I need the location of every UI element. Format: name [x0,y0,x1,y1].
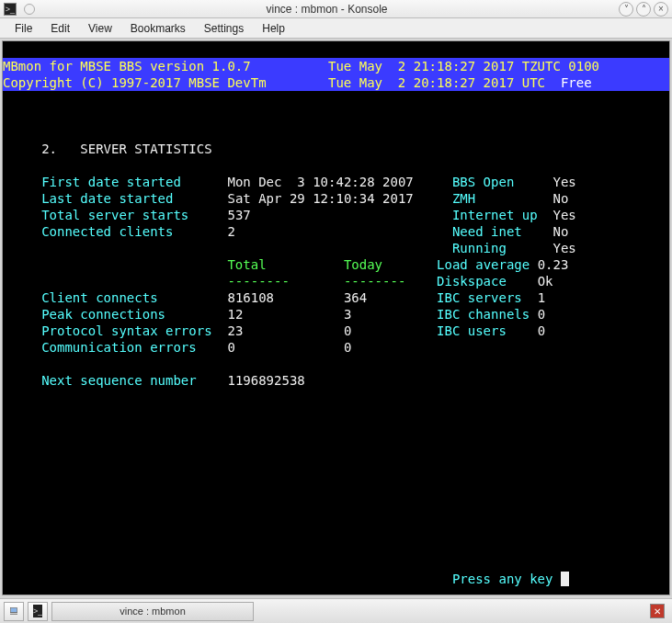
maximize-button[interactable]: ˄ [636,2,651,17]
menu-view[interactable]: View [79,20,121,37]
value-load-avg: 0.23 [538,257,569,272]
value-connected: 2 [227,224,234,239]
value-proto-today: 0 [344,323,351,338]
label-total-starts: Total server starts [41,208,188,222]
sep-2: -------- [344,274,405,289]
label-ibc-usr: IBC users [437,323,507,338]
svg-rect-0 [11,608,17,613]
value-last-date: Sat Apr 29 12:10:34 2017 [227,191,413,206]
value-internet: Yes [553,208,576,222]
window-title: vince : mbmon - Konsole [35,3,619,16]
show-desktop-button[interactable] [4,602,24,621]
label-connected: Connected clients [41,224,173,239]
terminal[interactable]: MBmon for MBSE BBS version 1.0.7 Tue May… [2,40,670,595]
section-num: 2. [41,142,57,156]
label-ibc-chan: IBC channels [437,307,530,322]
value-peak-total: 12 [227,307,243,322]
label-client-connects: Client connects [41,290,157,305]
window-controls: ˅ ˄ × [619,2,668,17]
value-ibc-chan: 0 [538,307,545,322]
value-ibc-srv: 1 [538,290,545,305]
tray-alert-icon[interactable]: ✕ [650,604,665,618]
label-running: Running [452,241,507,255]
header-line-1: MBmon for MBSE BBS version 1.0.7 Tue May… [3,58,669,74]
value-next-seq: 1196892538 [227,373,304,388]
terminal-icon: >_ [33,605,42,617]
cursor-icon [561,572,569,586]
value-zmh: No [553,191,569,206]
press-any-key: Press any key [452,572,561,586]
label-peak: Peak connections [41,307,165,322]
value-bbs-open: Yes [553,175,576,189]
app-icon: >_ [4,3,17,16]
menu-file[interactable]: File [6,20,41,37]
value-cc-today: 364 [344,290,367,305]
minimize-button[interactable]: ˅ [619,2,633,17]
label-ibc-srv: IBC servers [437,290,522,305]
label-load-avg: Load average [437,257,530,272]
value-comm-total: 0 [227,340,234,355]
terminal-content: MBmon for MBSE BBS version 1.0.7 Tue May… [3,58,669,587]
label-zmh: ZMH [452,191,475,206]
desktop-icon [10,605,17,617]
label-comm-err: Communication errors [41,340,197,355]
label-need-inet: Need inet [452,224,522,239]
konsole-task-icon[interactable]: >_ [28,602,48,621]
svg-rect-1 [10,613,17,615]
value-first-date: Mon Dec 3 10:42:28 2007 [227,175,413,189]
value-running: Yes [552,241,575,255]
value-need-inet: No [553,224,569,239]
label-today: Today [344,257,382,272]
value-proto-total: 23 [227,323,243,338]
close-button[interactable]: × [654,2,668,17]
label-internet: Internet up [452,208,538,222]
menubar: File Edit View Bookmarks Settings Help [0,18,672,39]
label-first-date: First date started [41,175,181,189]
sep-1: -------- [227,274,289,289]
label-last-date: Last date started [41,191,173,206]
label-proto-err: Protocol syntax errors [41,323,211,338]
value-comm-today: 0 [344,340,351,355]
system-tray: ✕ [646,604,668,618]
menu-edit[interactable]: Edit [41,20,79,37]
value-peak-today: 3 [344,307,351,322]
header-line-2: Copyright (C) 1997-2017 MBSE DevTm Tue M… [3,74,669,91]
menu-settings[interactable]: Settings [195,20,253,37]
task-active[interactable]: vince : mbmon [51,602,254,621]
section-title: SERVER STATISTICS [80,142,211,156]
pin-icon[interactable] [24,4,35,15]
value-cc-total: 816108 [227,290,274,305]
taskbar: >_ vince : mbmon ✕ [0,598,672,623]
label-bbs-open: BBS Open [452,175,514,189]
task-active-label: vince : mbmon [120,606,186,617]
titlebar[interactable]: >_ vince : mbmon - Konsole ˅ ˄ × [0,0,672,18]
value-diskspace: Ok [538,274,553,289]
value-ibc-usr: 0 [538,323,545,338]
label-total: Total [227,257,266,272]
label-next-seq: Next sequence number [41,373,197,388]
menu-bookmarks[interactable]: Bookmarks [121,20,195,37]
value-total-starts: 537 [227,208,250,222]
menu-help[interactable]: Help [253,20,294,37]
label-diskspace: Diskspace [437,274,507,289]
